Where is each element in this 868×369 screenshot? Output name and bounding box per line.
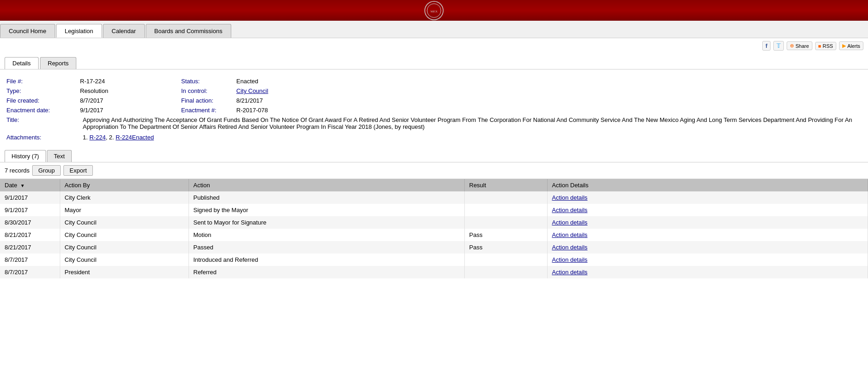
- status-label: Status:: [181, 78, 236, 85]
- attachments-text: 1. R-224, 2. R-224Enacted: [83, 134, 154, 141]
- cell-actiondetails[interactable]: Action details: [547, 216, 868, 229]
- table-header-row: Date ▼ Action By Action Result Action De…: [0, 179, 868, 191]
- cell-date: 9/1/2017: [0, 191, 60, 204]
- cell-date: 8/30/2017: [0, 216, 60, 229]
- table-row: 8/21/2017 City Council Motion Pass Actio…: [0, 229, 868, 241]
- cell-date: 8/7/2017: [0, 254, 60, 266]
- alerts-button[interactable]: ▶ Alerts: [839, 41, 863, 50]
- rss-label: RSS: [822, 43, 833, 49]
- final-action-value: 8/21/2017: [236, 97, 263, 104]
- in-control-value[interactable]: City Council: [236, 87, 268, 94]
- records-bar: 7 records Group Export: [0, 162, 868, 179]
- tab-text[interactable]: Text: [47, 150, 72, 162]
- cell-actionby: City Clerk: [60, 191, 188, 204]
- twitter-icon: 𝕋: [777, 42, 781, 49]
- file-label: File #:: [6, 78, 80, 85]
- content-tabs: Details Reports: [0, 53, 868, 69]
- cell-action: Signed by the Mayor: [188, 204, 464, 216]
- title-text: Approving And Authorizing The Acceptance…: [83, 116, 862, 130]
- title-row: Title: Approving And Authorizing The Acc…: [6, 116, 862, 130]
- cell-result: [464, 191, 547, 204]
- nav-tab-legislation[interactable]: Legislation: [56, 24, 102, 38]
- export-button[interactable]: Export: [63, 165, 93, 176]
- city-logo: MEX: [416, 1, 452, 20]
- table-row: 8/7/2017 City Council Introduced and Ref…: [0, 254, 868, 266]
- table-row: 9/1/2017 Mayor Signed by the Mayor Actio…: [0, 204, 868, 216]
- cell-action: Motion: [188, 229, 464, 241]
- group-button[interactable]: Group: [32, 165, 61, 176]
- cell-actiondetails[interactable]: Action details: [547, 266, 868, 278]
- history-table: Date ▼ Action By Action Result Action De…: [0, 179, 868, 278]
- cell-actionby: President: [60, 266, 188, 278]
- file-created-label: File created:: [6, 97, 80, 104]
- cell-action: Introduced and Referred: [188, 254, 464, 266]
- cell-date: 8/21/2017: [0, 241, 60, 254]
- type-label: Type:: [6, 87, 80, 94]
- col-header-action[interactable]: Action: [188, 179, 464, 191]
- cell-actiondetails[interactable]: Action details: [547, 229, 868, 241]
- file-created-value: 8/7/2017: [80, 97, 181, 104]
- alerts-label: Alerts: [847, 43, 860, 49]
- nav-bar: Council Home Legislation Calendar Boards…: [0, 21, 868, 38]
- header-banner: MEX: [0, 0, 868, 21]
- facebook-button[interactable]: f: [762, 41, 771, 51]
- attachment-r224[interactable]: R-224: [89, 134, 105, 141]
- table-row: 8/30/2017 City Council Sent to Mayor for…: [0, 216, 868, 229]
- cell-result: [464, 254, 547, 266]
- cell-result: Pass: [464, 229, 547, 241]
- cell-actionby: City Council: [60, 216, 188, 229]
- cell-actiondetails[interactable]: Action details: [547, 254, 868, 266]
- cell-action: Sent to Mayor for Signature: [188, 216, 464, 229]
- col-header-actionby[interactable]: Action By: [60, 179, 188, 191]
- rss-icon: ■: [818, 43, 822, 49]
- enactment-date-value: 9/1/2017: [80, 107, 181, 114]
- table-row: 8/7/2017 President Referred Action detai…: [0, 266, 868, 278]
- attachments-label: Attachments:: [6, 134, 80, 141]
- nav-tab-council-home[interactable]: Council Home: [0, 24, 55, 38]
- tab-details[interactable]: Details: [5, 57, 39, 69]
- enactment-num-label: Enactment #:: [181, 107, 236, 114]
- seal-icon: MEX: [424, 1, 444, 20]
- attachment-r224enacted[interactable]: R-224Enacted: [116, 134, 154, 141]
- enactment-date-label: Enactment date:: [6, 107, 80, 114]
- share-button[interactable]: ⊕ Share: [787, 41, 812, 50]
- cell-date: 9/1/2017: [0, 204, 60, 216]
- cell-action: Referred: [188, 266, 464, 278]
- type-value: Resolution: [80, 87, 181, 94]
- share-label: Share: [795, 43, 809, 49]
- tab-history[interactable]: History (7): [5, 150, 46, 162]
- table-row: 9/1/2017 City Clerk Published Action det…: [0, 191, 868, 204]
- col-header-result[interactable]: Result: [464, 179, 547, 191]
- cell-actiondetails[interactable]: Action details: [547, 191, 868, 204]
- nav-tab-calendar[interactable]: Calendar: [103, 24, 145, 38]
- cell-actiondetails[interactable]: Action details: [547, 241, 868, 254]
- attachments-row: Attachments: 1. R-224, 2. R-224Enacted: [6, 134, 862, 141]
- cell-action: Passed: [188, 241, 464, 254]
- title-label: Title:: [6, 116, 80, 123]
- records-count: 7 records: [5, 167, 29, 174]
- social-bar: f 𝕋 ⊕ Share ■ RSS ▶ Alerts: [0, 38, 868, 53]
- cell-result: Pass: [464, 241, 547, 254]
- cell-result: [464, 204, 547, 216]
- share-icon: ⊕: [790, 43, 794, 49]
- cell-result: [464, 216, 547, 229]
- cell-actiondetails[interactable]: Action details: [547, 204, 868, 216]
- cell-date: 8/7/2017: [0, 266, 60, 278]
- col-header-actiondetails[interactable]: Action Details: [547, 179, 868, 191]
- nav-tab-boards[interactable]: Boards and Commissions: [146, 24, 231, 38]
- cell-actionby: City Council: [60, 254, 188, 266]
- sort-arrow-date: ▼: [20, 183, 25, 188]
- facebook-icon: f: [765, 42, 767, 49]
- file-value: R-17-224: [80, 78, 181, 85]
- twitter-button[interactable]: 𝕋: [773, 41, 784, 51]
- rss-button[interactable]: ■ RSS: [815, 42, 836, 50]
- history-tabs: History (7) Text: [0, 150, 868, 162]
- enactment-num-value: R-2017-078: [236, 107, 268, 114]
- cell-actionby: City Council: [60, 241, 188, 254]
- svg-text:MEX: MEX: [430, 10, 438, 13]
- cell-date: 8/21/2017: [0, 229, 60, 241]
- col-header-date[interactable]: Date ▼: [0, 179, 60, 191]
- tab-reports[interactable]: Reports: [40, 57, 77, 69]
- cell-action: Published: [188, 191, 464, 204]
- details-section: File #: R-17-224 Status: Enacted Type: R…: [0, 74, 868, 144]
